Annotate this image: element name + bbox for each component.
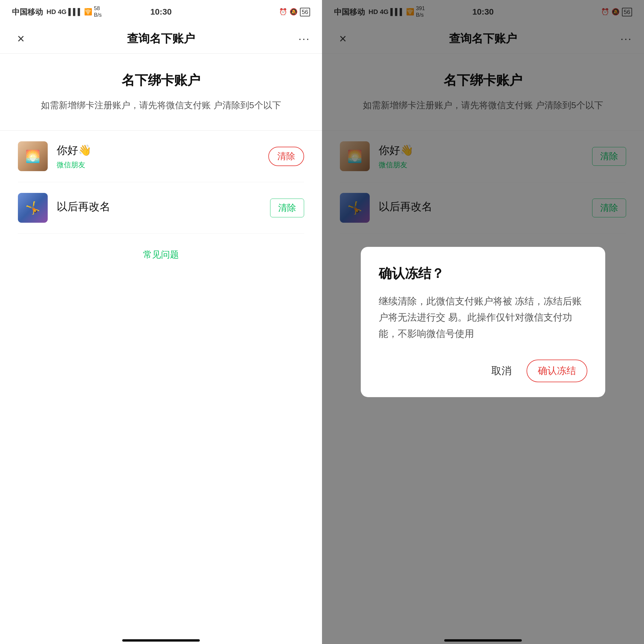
battery-left: 56	[300, 8, 310, 16]
dialog-body: 继续清除，此微信支付账户将被 冻结，冻结后账户将无法进行交 易。此操作仅针对微信…	[379, 293, 587, 342]
signal-icons-left: HD 4G ▌▌▌ 🛜 58B/s	[47, 5, 102, 18]
home-indicator-left	[122, 639, 200, 642]
more-button-left[interactable]: ···	[298, 32, 310, 45]
dialog-title: 确认冻结？	[379, 265, 587, 282]
clear-button-2-left[interactable]: 清除	[270, 199, 304, 217]
account-info-1-left: 你好👋 微信朋友	[57, 143, 268, 170]
content-left: 名下绑卡账户 如需新增绑卡注册账户，请先将微信支付账 户清除到5个以下 🌅 你好…	[0, 54, 322, 629]
dialog-actions: 取消 确认冻结	[379, 360, 587, 382]
time-left: 10:30	[150, 7, 172, 17]
account-item-1-left: 🌅 你好👋 微信朋友 清除	[18, 131, 304, 182]
right-phone-panel: 中国移动 HD 4G ▌▌▌ 🛜 391B/s 10:30 ⏰ 🔕 56 × 查…	[322, 0, 644, 644]
dialog-cancel-button[interactable]: 取消	[491, 364, 512, 378]
right-icons-left: ⏰ 🔕 56	[279, 8, 310, 16]
close-button-left[interactable]: ×	[12, 32, 30, 46]
section-title-left: 名下绑卡账户	[18, 72, 304, 89]
signal-bars-left: ▌▌▌	[68, 8, 82, 16]
dialog-confirm-button[interactable]: 确认冻结	[527, 360, 587, 382]
carrier-left: 中国移动	[12, 7, 43, 17]
network-type-left: HD 4G	[47, 8, 66, 16]
data-speed-left: 58B/s	[94, 5, 102, 18]
avatar-2-left: 🤸	[18, 193, 48, 223]
clear-button-1-left[interactable]: 清除	[268, 147, 304, 166]
left-phone-panel: 中国移动 HD 4G ▌▌▌ 🛜 58B/s 10:30 ⏰ 🔕 56 × 查询…	[0, 0, 322, 644]
freeze-confirm-dialog: 确认冻结？ 继续清除，此微信支付账户将被 冻结，冻结后账户将无法进行交 易。此操…	[361, 247, 605, 397]
faq-link-left[interactable]: 常见问题	[18, 249, 304, 261]
bottom-bar-left	[0, 629, 322, 644]
avatar-1-left: 🌅	[18, 141, 48, 171]
account-info-2-left: 以后再改名	[57, 199, 270, 216]
mute-icon-left: 🔕	[290, 8, 298, 16]
account-item-2-left: 🤸 以后再改名 清除	[18, 182, 304, 234]
account-tag-1-left: 微信朋友	[57, 160, 268, 170]
avatar-img-1-left: 🌅	[18, 141, 48, 171]
account-list-left: 🌅 你好👋 微信朋友 清除 🤸 以后再改名 清除	[18, 131, 304, 234]
alarm-icon-left: ⏰	[279, 8, 287, 16]
section-desc-left: 如需新增绑卡注册账户，请先将微信支付账 户清除到5个以下	[18, 98, 304, 112]
account-name-1-left: 你好👋	[57, 143, 268, 158]
account-name-2-left: 以后再改名	[57, 199, 270, 214]
status-bar-left: 中国移动 HD 4G ▌▌▌ 🛜 58B/s 10:30 ⏰ 🔕 56	[0, 0, 322, 24]
page-title-left: 查询名下账户	[127, 31, 195, 46]
nav-bar-left: × 查询名下账户 ···	[0, 24, 322, 54]
avatar-img-2-left: 🤸	[18, 193, 48, 223]
wifi-icon-left: 🛜	[84, 8, 92, 16]
